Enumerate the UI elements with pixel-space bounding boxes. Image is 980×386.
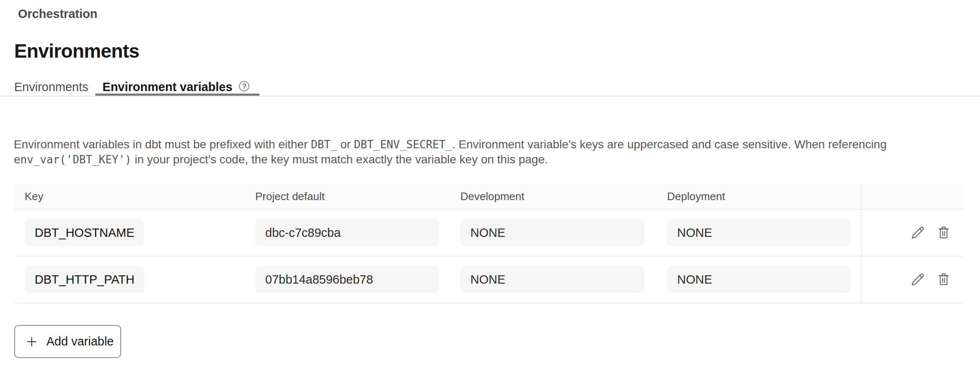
page-title: Environments <box>14 40 980 63</box>
env-var-key-pill: DBT_HTTP_PATH <box>25 266 145 293</box>
environment-variables-table: Key Project default Development Deployme… <box>14 184 963 303</box>
description-line-1: Environment variables in dbt must be pre… <box>14 138 887 151</box>
description-text: Environment variables in dbt must be pre… <box>14 138 311 151</box>
development-cell: NONE <box>450 266 657 293</box>
code-dbt-env-secret-prefix: DBT_ENV_SECRET_ <box>354 138 452 151</box>
column-header-actions <box>861 184 963 209</box>
deployment-cell: NONE <box>657 266 861 293</box>
deployment-value-pill: NONE <box>667 219 851 246</box>
pencil-icon <box>911 272 925 287</box>
question-circle-icon[interactable]: ? <box>239 81 249 91</box>
table-row: DBT_HTTP_PATH 07bb14a8596beb78 NONE NONE <box>14 256 963 303</box>
description-text: or <box>337 138 354 151</box>
project-default-cell: 07bb14a8596beb78 <box>245 266 450 293</box>
add-variable-label: Add variable <box>46 335 114 348</box>
trash-icon <box>937 226 951 240</box>
key-cell: DBT_HTTP_PATH <box>14 266 245 293</box>
edit-variable-button[interactable] <box>910 225 925 240</box>
description: Environment variables in dbt must be pre… <box>14 137 980 167</box>
tab-environment-variables-label: Environment variables <box>102 80 232 94</box>
column-header-development: Development <box>450 190 657 203</box>
trash-icon <box>937 272 951 287</box>
column-header-deployment: Deployment <box>657 190 861 203</box>
row-actions <box>861 256 963 302</box>
development-value-pill: NONE <box>460 219 644 246</box>
description-text: . Environment variable's keys are upperc… <box>452 138 886 151</box>
column-header-key: Key <box>14 190 245 203</box>
breadcrumb[interactable]: Orchestration <box>18 8 97 20</box>
deployment-cell: NONE <box>657 219 861 246</box>
delete-variable-button[interactable] <box>936 272 951 287</box>
tab-environments-label: Environments <box>14 80 88 94</box>
development-value-pill: NONE <box>460 266 644 293</box>
key-cell: DBT_HOSTNAME <box>14 219 245 246</box>
table-header-row: Key Project default Development Deployme… <box>14 184 963 210</box>
description-text: in your project's code, the key must mat… <box>132 153 548 166</box>
edit-variable-button[interactable] <box>910 272 925 287</box>
plus-icon <box>25 335 38 348</box>
tab-bar: Environments Environment variables ? <box>0 78 980 96</box>
project-default-cell: dbc-c7c89cba <box>245 219 450 246</box>
project-default-value-pill: 07bb14a8596beb78 <box>255 266 439 293</box>
code-dbt-prefix: DBT_ <box>311 138 337 151</box>
table-row: DBT_HOSTNAME dbc-c7c89cba NONE NONE <box>14 210 963 256</box>
env-var-key-pill: DBT_HOSTNAME <box>25 219 144 246</box>
code-env-var: env_var('DBT_KEY') <box>14 153 132 166</box>
tab-environment-variables[interactable]: Environment variables ? <box>95 78 259 96</box>
pencil-icon <box>911 226 925 240</box>
add-variable-button[interactable]: Add variable <box>14 325 121 358</box>
column-header-project-default: Project default <box>245 190 450 203</box>
project-default-value-pill: dbc-c7c89cba <box>255 219 439 246</box>
delete-variable-button[interactable] <box>936 225 951 240</box>
description-line-2: env_var('DBT_KEY') in your project's cod… <box>14 153 548 166</box>
tab-environments[interactable]: Environments <box>7 78 95 96</box>
deployment-value-pill: NONE <box>667 266 851 293</box>
development-cell: NONE <box>450 219 657 246</box>
row-actions <box>861 210 963 256</box>
